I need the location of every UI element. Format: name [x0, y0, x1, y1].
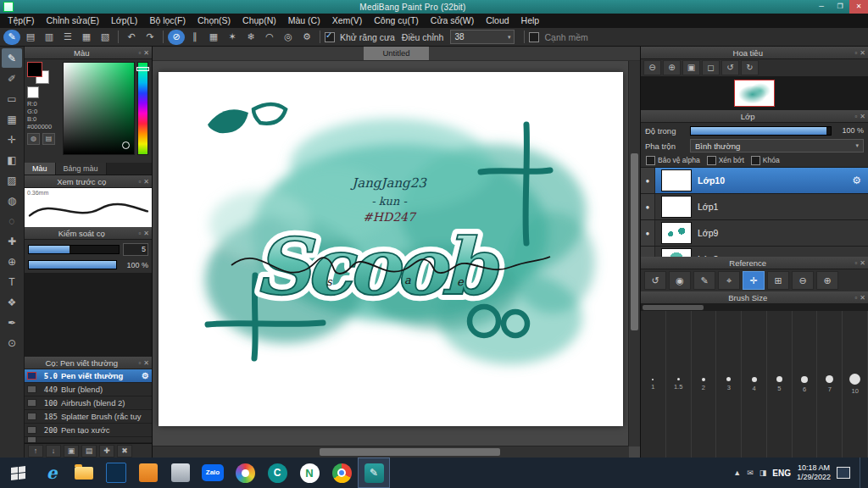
minimize-button[interactable]: ─ [812, 0, 831, 14]
brush-add-icon[interactable]: ✚ [99, 445, 114, 458]
foreground-color-swatch[interactable] [27, 62, 42, 77]
saturation-value-picker[interactable] [63, 62, 135, 155]
lock-checkbox[interactable] [751, 156, 760, 165]
brush-list-item[interactable]: 449 Blur (blend) [25, 383, 152, 396]
language-indicator[interactable]: ENG [772, 469, 791, 478]
brush-size-value[interactable]: 5 [123, 243, 148, 256]
taskbar-app-n[interactable]: N [293, 458, 326, 488]
menu-item-filter[interactable]: Bộ lọc(F) [143, 14, 192, 28]
clock[interactable]: 10:18 AM 1/29/2022 [797, 463, 831, 482]
taskbar-app-medibang[interactable] [229, 458, 261, 488]
horizontal-scrollbar[interactable] [153, 446, 629, 458]
rotate-right-icon[interactable]: ↻ [741, 60, 759, 75]
hue-slider[interactable] [137, 62, 148, 155]
tool-button[interactable]: ✐ [2, 69, 22, 88]
menu-item-window[interactable]: Cửa sổ(W) [425, 14, 480, 28]
taskbar-app-coccoc[interactable]: C [261, 458, 293, 488]
tool-brush[interactable]: ✎ [2, 48, 22, 68]
tray-icon[interactable]: ✉ [747, 469, 754, 477]
float-panel-icon[interactable]: ▫ [138, 359, 141, 367]
tool-button[interactable]: ◍ [2, 191, 22, 210]
brush-size-cell[interactable]: 10 [843, 311, 868, 458]
close-panel-icon[interactable]: ✕ [143, 230, 149, 237]
color-wheel-icon[interactable]: ◍ [27, 133, 40, 145]
toolbar-icon-button[interactable]: ▧ [97, 30, 114, 45]
close-panel-icon[interactable]: ✕ [860, 294, 865, 302]
antialias-checkbox[interactable] [325, 32, 335, 42]
taskbar-app-zalo[interactable]: Zalo [197, 458, 229, 488]
brush-size-scrollbar[interactable] [641, 304, 868, 311]
layer-visibility-toggle[interactable]: ● [641, 220, 655, 246]
taskbar-app-orange[interactable] [132, 458, 164, 488]
menu-item-layer[interactable]: Lớp(L) [105, 14, 143, 28]
reference-tool-button[interactable]: ⊕ [816, 271, 838, 290]
rotate-left-icon[interactable]: ↺ [721, 60, 739, 75]
tool-button[interactable]: ▨ [2, 170, 22, 190]
adjust-dropdown[interactable]: 38 ▾ [450, 30, 515, 44]
close-panel-icon[interactable]: ✕ [860, 259, 865, 267]
menu-item-view[interactable]: Xem(V) [326, 14, 369, 28]
brush-duplicate-icon[interactable]: ▤ [81, 445, 97, 458]
float-panel-icon[interactable]: ▫ [854, 259, 857, 267]
close-panel-icon[interactable]: ✕ [143, 49, 149, 57]
snap-radial-button[interactable]: ❄ [242, 30, 259, 45]
reference-tool-button[interactable]: ↺ [644, 271, 666, 290]
float-panel-icon[interactable]: ▫ [138, 49, 141, 57]
blend-mode-dropdown[interactable]: Bình thường ▾ [690, 139, 864, 152]
float-panel-icon[interactable]: ▫ [138, 230, 141, 237]
reference-tool-button[interactable]: ⌖ [718, 271, 740, 290]
taskbar-app-ie[interactable]: e [36, 458, 68, 488]
brush-size-scroll-thumb[interactable] [643, 305, 704, 310]
canvas[interactable]: JangJang23 - kun - #HD247 Scoob Scoob s … [159, 72, 623, 426]
brush-list-item[interactable]: 200 Pen tạo xước [25, 424, 152, 437]
show-desktop-button[interactable] [860, 458, 865, 488]
tool-button[interactable]: ✒ [2, 313, 22, 332]
taskbar-app-paint[interactable] [164, 458, 197, 488]
color-bar-icon[interactable]: ▤ [42, 133, 55, 145]
tool-button[interactable]: ⊕ [2, 252, 22, 271]
navigator-thumbnail[interactable] [734, 80, 775, 107]
brush-down-icon[interactable]: ↓ [46, 445, 61, 458]
toolbar-icon-button[interactable]: ▥ [41, 30, 58, 45]
tool-button[interactable]: ⊙ [2, 333, 22, 352]
tray-expand-icon[interactable]: ▲ [733, 469, 741, 477]
reference-tool-button[interactable]: ✎ [693, 271, 715, 290]
toolbar-icon-button[interactable]: ▦ [78, 30, 95, 45]
tool-button[interactable]: ◌ [2, 211, 22, 230]
brush-size-cell[interactable]: 1 [641, 311, 666, 458]
snap-curve-button[interactable]: ◠ [261, 30, 278, 45]
snap-vanishing-button[interactable]: ✶ [224, 30, 241, 45]
layer-visibility-toggle[interactable]: ● [641, 168, 655, 193]
toolbar-icon-button[interactable]: ☰ [59, 30, 76, 45]
brush-size-cell[interactable]: 2 [692, 311, 717, 458]
brush-opacity-slider[interactable] [28, 260, 117, 269]
brush-size-cell[interactable]: 1.5 [666, 311, 692, 458]
clipping-checkbox[interactable] [707, 156, 716, 165]
taskbar-app-chrome[interactable] [326, 458, 358, 488]
layer-visibility-toggle[interactable]: ● [641, 194, 655, 219]
brush-folder-icon[interactable]: ▣ [64, 445, 79, 458]
float-panel-icon[interactable]: ▫ [854, 294, 857, 302]
brush-delete-icon[interactable]: ✖ [117, 445, 132, 458]
color-swatches[interactable] [27, 62, 51, 84]
soft-edge-checkbox[interactable] [529, 32, 539, 42]
start-button[interactable] [0, 458, 36, 488]
tool-button[interactable]: ◧ [2, 150, 22, 169]
close-panel-icon[interactable]: ✕ [143, 359, 149, 367]
maximize-button[interactable]: ❐ [831, 0, 849, 14]
tool-button[interactable]: ❖ [2, 292, 22, 312]
brush-size-cell[interactable]: 6 [793, 311, 818, 458]
redo-button[interactable]: ↷ [142, 30, 159, 45]
reference-tool-button[interactable]: ◉ [669, 271, 691, 290]
close-button[interactable]: ✕ [849, 0, 868, 14]
brush-size-slider[interactable] [28, 245, 120, 254]
taskbar-app-medibang-active[interactable]: ✎ [358, 458, 390, 488]
tool-button[interactable]: ▭ [2, 89, 22, 108]
tab-color[interactable]: Màu [25, 163, 56, 175]
snap-off-button[interactable]: ⊘ [168, 30, 185, 45]
brush-size-cell[interactable]: 4 [742, 311, 767, 458]
vertical-scroll-thumb[interactable] [631, 153, 638, 330]
sv-picker-indicator[interactable] [122, 141, 130, 149]
tray-icon[interactable]: ◨ [760, 469, 767, 477]
brush-mode-icon[interactable]: ✎ [3, 30, 20, 45]
